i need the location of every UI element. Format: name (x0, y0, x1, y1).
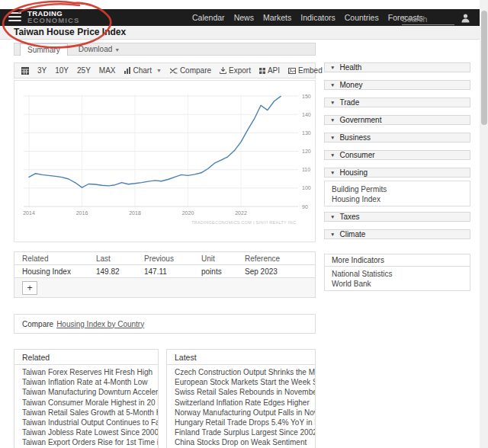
scrollbar-thumb[interactable] (481, 11, 487, 125)
svg-text:2016: 2016 (76, 210, 88, 216)
bar-chart-icon (124, 67, 131, 74)
nav-item-news[interactable]: News (234, 13, 254, 22)
table-footer: + (14, 278, 315, 297)
latest-news-link[interactable]: Norway Manufacturing Output Falls in Nov… (167, 408, 315, 418)
more-indicators-title: More Indicators (325, 254, 470, 267)
svg-text:120: 120 (302, 149, 311, 154)
latest-news-link[interactable]: Hungary Retail Trade Drops 5.4% YoY in N… (167, 418, 315, 427)
hamburger-menu-icon[interactable] (8, 12, 21, 23)
previous-value: 147.11 (144, 267, 201, 276)
nav-links: Calendar News Markets Indicators Countri… (192, 9, 423, 26)
compare-button[interactable]: Compare (170, 66, 211, 75)
more-indicators-panel: More Indicators National Statistics Worl… (324, 254, 470, 291)
nav-item-markets[interactable]: Markets (263, 13, 291, 22)
unit-value: points (201, 267, 245, 276)
related-news-title: Related (14, 350, 158, 365)
latest-news-link[interactable]: China Stocks Drop on Weak Sentiment (167, 437, 315, 447)
nav-item-calendar[interactable]: Calendar (192, 13, 225, 22)
api-button[interactable]: API (259, 66, 280, 75)
chevron-down-icon: ▼ (330, 170, 335, 175)
add-indicator-button[interactable]: + (22, 281, 37, 295)
nav-item-countries[interactable]: Countries (345, 13, 379, 22)
related-news-link[interactable]: Taiwan Inflation Rate at 4-Month Low (14, 377, 158, 387)
chevron-down-icon: ▼ (330, 65, 335, 70)
search-input[interactable] (402, 14, 454, 25)
image-embed-icon (288, 68, 296, 74)
latest-news-title: Latest (167, 350, 315, 365)
chevron-down-icon: ▼ (330, 152, 335, 158)
sidebar-item-money[interactable]: ▼Money (324, 80, 470, 90)
sidebar-item-government[interactable]: ▼Government (324, 115, 470, 125)
chart-toolbar: 3Y 10Y 25Y MAX Chart▼ Compare Export API… (14, 62, 316, 78)
tab-download[interactable]: Download▼ (79, 45, 120, 53)
sidebar-item-housing[interactable]: ▼Housing (324, 168, 470, 178)
reference-value: Sep 2023 (245, 267, 315, 276)
svg-text:110: 110 (302, 167, 310, 172)
export-button[interactable]: Export (220, 66, 251, 75)
price-chart: 9010011012013014015020142016201820202022… (14, 80, 316, 242)
trading-economics-logo[interactable]: TRADING ECONOMICS (27, 10, 80, 24)
building-permits-link[interactable]: Building Permits (332, 184, 470, 194)
summary-table-header: Related Last Previous Unit Reference (14, 252, 315, 265)
world-bank-link[interactable]: World Bank (332, 279, 463, 289)
compare-prefix: Compare (22, 320, 53, 328)
related-news-panel: Related Taiwan Forex Reserves Hit Fresh … (14, 349, 159, 448)
range-25y-button[interactable]: 25Y (77, 66, 91, 75)
latest-news-link[interactable]: Finland Trade Surplus Largest Since 2002 (167, 427, 315, 437)
range-3y-button[interactable]: 3Y (37, 66, 47, 75)
chevron-down-icon: ▼ (330, 214, 335, 219)
svg-text:2014: 2014 (23, 210, 35, 216)
chevron-down-icon: ▼ (330, 135, 335, 140)
housing-index-link[interactable]: Housing Index (22, 267, 96, 276)
related-news-link[interactable]: Taiwan Manufacturing Downturn Accelerate… (14, 387, 158, 397)
embed-button[interactable]: Embed (288, 66, 323, 75)
top-navbar: TRADING ECONOMICS Calendar News Markets … (0, 9, 480, 26)
chevron-down-icon: ▼ (330, 82, 335, 88)
sidebar-item-consumer[interactable]: ▼Consumer (324, 150, 470, 160)
latest-news-link[interactable]: European Stock Markets Start the Week Sl… (167, 377, 315, 387)
tab-bar: Summary Download▼ (14, 43, 316, 56)
housing-subpanel: Building Permits Housing Index (324, 181, 470, 206)
range-max-button[interactable]: MAX (99, 66, 116, 75)
latest-news-panel: Latest Czech Construction Output Shrinks… (166, 349, 316, 448)
svg-text:130: 130 (302, 130, 311, 136)
compare-bar: Compare Housing Index by Country (14, 314, 316, 334)
range-10y-button[interactable]: 10Y (55, 66, 69, 75)
housing-index-link[interactable]: Housing Index (332, 194, 470, 204)
sidebar-item-climate[interactable]: ▼Climate (324, 229, 470, 239)
related-news-link[interactable]: Taiwan Retail Sales Growth at 5-Month Hi… (14, 408, 158, 418)
national-statistics-link[interactable]: National Statistics (332, 269, 463, 279)
related-news-link[interactable]: Taiwan Export Orders Rise for 1st Time i… (14, 437, 158, 447)
tab-summary[interactable]: Summary (20, 43, 68, 56)
compare-by-country-link[interactable]: Housing Index by Country (56, 320, 144, 328)
chart-type-button[interactable]: Chart▼ (124, 66, 162, 75)
sidebar-item-taxes[interactable]: ▼Taxes (324, 212, 470, 222)
sidebar-item-business[interactable]: ▼Business (324, 133, 470, 142)
related-news-link[interactable]: Taiwan Forex Reserves Hit Fresh High (14, 367, 158, 377)
page: TRADING ECONOMICS Calendar News Markets … (0, 0, 488, 448)
download-icon (220, 67, 226, 74)
table-row-housing-index: Housing Index 149.82 147.11 points Sep 2… (14, 265, 315, 278)
logo-line2: ECONOMICS (27, 17, 80, 24)
latest-news-link[interactable]: Czech Construction Output Shrinks the Mo… (167, 367, 315, 377)
last-value: 149.82 (96, 267, 144, 276)
nav-item-indicators[interactable]: Indicators (300, 13, 336, 22)
svg-text:90: 90 (302, 204, 308, 210)
latest-news-link[interactable]: Swiss Retail Sales Rebounds in November (167, 387, 315, 397)
sidebar-item-health[interactable]: ▼Health (324, 62, 470, 72)
calendar-range-icon[interactable] (21, 67, 29, 75)
chevron-down-icon: ▼ (330, 232, 335, 237)
related-news-link[interactable]: Taiwan Consumer Morale Highest in 20 Mon… (14, 398, 158, 408)
chevron-down-icon: ▼ (330, 117, 335, 123)
related-news-link[interactable]: Taiwan Jobless Rate Lowest Since 2000 (14, 427, 158, 437)
api-grid-icon (259, 68, 265, 74)
svg-text:100: 100 (302, 185, 311, 190)
related-news-link[interactable]: Taiwan Industrial Output Continues to Fa… (14, 418, 158, 427)
chevron-down-icon: ▼ (156, 68, 162, 73)
user-account-icon[interactable] (461, 12, 470, 26)
latest-news-link[interactable]: Switzerland Inflation Rate Edges Higher (167, 398, 315, 408)
sidebar-item-trade[interactable]: ▼Trade (324, 98, 470, 107)
page-title: Taiwan House Price Index (0, 26, 480, 40)
svg-text:2020: 2020 (182, 210, 194, 216)
scrollbar-track[interactable] (480, 0, 488, 448)
